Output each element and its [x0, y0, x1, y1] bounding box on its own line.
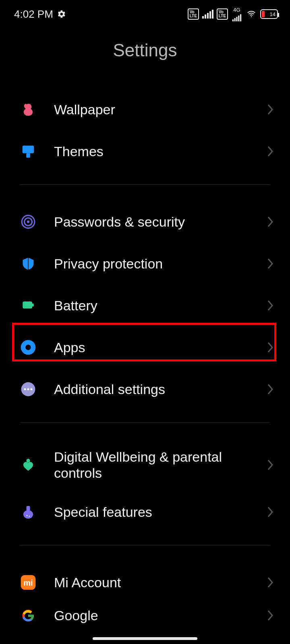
apps-gear-icon: [20, 339, 36, 355]
chevron-right-icon: [267, 341, 274, 353]
chevron-right-icon: [267, 103, 274, 116]
svg-rect-1: [23, 146, 34, 153]
battery-icon: 14: [260, 9, 278, 19]
svg-point-15: [27, 459, 30, 462]
status-bar: 4:02 PM Vo LTE Vo LTE 4G 14: [0, 0, 290, 28]
settings-indicator-icon: [57, 10, 66, 19]
settings-item-label: Special features: [54, 504, 267, 520]
settings-item-google[interactable]: Google: [0, 603, 290, 627]
settings-item-label: Wallpaper: [54, 101, 267, 118]
svg-point-5: [27, 221, 29, 223]
settings-item-label: Additional settings: [54, 381, 267, 397]
chevron-right-icon: [267, 299, 274, 312]
divider: [20, 545, 270, 545]
settings-item-mi-account[interactable]: mi Mi Account: [0, 561, 290, 603]
settings-item-label: Google: [54, 607, 267, 623]
svg-point-12: [24, 388, 26, 390]
settings-item-wallpaper[interactable]: Wallpaper: [0, 89, 290, 130]
wifi-icon: [246, 10, 257, 19]
svg-point-18: [27, 515, 28, 516]
status-right: Vo LTE Vo LTE 4G 14: [188, 7, 278, 21]
battery-icon: [20, 297, 36, 314]
divider: [20, 184, 270, 185]
settings-item-label: Mi Account: [54, 574, 267, 590]
chevron-right-icon: [267, 383, 274, 395]
settings-item-special-features[interactable]: Special features: [0, 491, 290, 533]
chevron-right-icon: [267, 216, 274, 228]
svg-point-10: [25, 345, 31, 350]
page-title: Settings: [0, 40, 290, 60]
settings-item-apps[interactable]: Apps: [0, 326, 290, 368]
svg-rect-6: [23, 301, 32, 309]
wellbeing-icon: [20, 457, 36, 473]
status-time: 4:02 PM: [14, 8, 53, 21]
settings-item-label: Digital Wellbeing & parental controls: [54, 449, 267, 481]
settings-item-label: Themes: [54, 143, 267, 159]
settings-item-themes[interactable]: Themes: [0, 130, 290, 172]
volte-icon: Vo LTE: [188, 8, 199, 20]
chevron-right-icon: [267, 258, 274, 270]
status-left: 4:02 PM: [14, 8, 66, 21]
more-icon: [20, 381, 36, 397]
volte-icon-2: Vo LTE: [217, 8, 228, 20]
signal-icon: [202, 10, 213, 19]
svg-point-16: [23, 510, 33, 519]
mi-logo-icon: mi: [20, 574, 36, 590]
chevron-right-icon: [267, 459, 274, 471]
chevron-right-icon: [267, 609, 274, 621]
svg-rect-7: [32, 303, 34, 307]
fingerprint-icon: [20, 214, 36, 230]
settings-item-label: Passwords & security: [54, 214, 267, 230]
svg-point-14: [30, 388, 32, 390]
themes-icon: [20, 143, 36, 159]
flask-icon: [20, 504, 36, 520]
chevron-right-icon: [267, 145, 274, 157]
settings-item-battery[interactable]: Battery: [0, 285, 290, 326]
chevron-right-icon: [267, 576, 274, 588]
google-logo-icon: [20, 607, 36, 623]
home-indicator[interactable]: [93, 637, 197, 640]
signal-icon-2: [232, 14, 241, 21]
settings-item-additional-settings[interactable]: Additional settings: [0, 368, 290, 410]
svg-rect-17: [27, 506, 30, 511]
svg-point-0: [251, 16, 252, 17]
chevron-right-icon: [267, 506, 274, 518]
settings-item-label: Privacy protection: [54, 256, 267, 272]
shield-icon: [20, 256, 36, 272]
svg-text:mi: mi: [23, 578, 33, 587]
battery-percentage: 14: [270, 11, 276, 17]
settings-list: Wallpaper Themes Passwords & security Pr…: [0, 89, 290, 627]
wallpaper-icon: [20, 101, 36, 118]
svg-point-13: [27, 388, 29, 390]
settings-item-label: Apps: [54, 339, 267, 355]
settings-item-label: Battery: [54, 297, 267, 314]
svg-rect-2: [26, 153, 30, 158]
divider: [20, 422, 270, 423]
settings-item-digital-wellbeing[interactable]: Digital Wellbeing & parental controls: [0, 439, 290, 491]
settings-item-privacy-protection[interactable]: Privacy protection: [0, 243, 290, 285]
network-type-label: 4G: [233, 7, 240, 12]
settings-item-passwords-security[interactable]: Passwords & security: [0, 201, 290, 243]
svg-point-19: [29, 516, 30, 516]
